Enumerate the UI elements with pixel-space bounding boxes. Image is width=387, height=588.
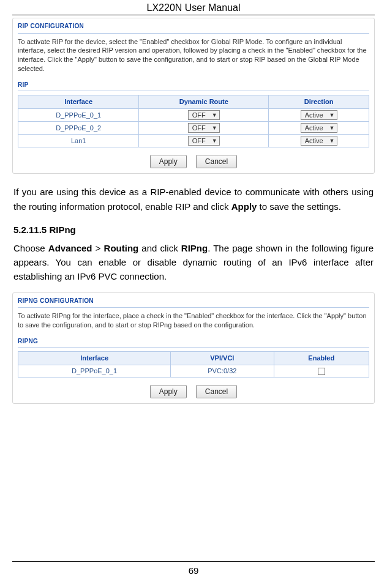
- body-paragraph: If you are using this device as a RIP-en…: [13, 185, 374, 214]
- col-interface: Interface: [18, 95, 139, 109]
- button-row: Apply Cancel: [18, 155, 369, 168]
- cell-vpivci: PVC:0/32: [171, 365, 274, 378]
- col-direction: Direction: [269, 95, 369, 109]
- cell-interface: D_PPPoE_0_1: [18, 365, 171, 378]
- select-value: OFF: [192, 111, 206, 120]
- select-value: OFF: [192, 136, 206, 146]
- body-paragraph: Choose Advanced > Routing and click RIPn…: [13, 241, 374, 284]
- apply-button[interactable]: Apply: [150, 155, 187, 168]
- heading-number: 5.2.11.5: [13, 225, 47, 235]
- rip-config-title: RIP CONFIGURATION: [18, 22, 369, 31]
- col-dynamic-route: Dynamic Route: [139, 95, 269, 109]
- cell-direction: Active ▼: [269, 135, 369, 147]
- chevron-down-icon: ▼: [329, 138, 335, 144]
- divider: [18, 91, 369, 91]
- select-value: OFF: [192, 124, 206, 133]
- ripng-table: Interface VPI/VCI Enabled D_PPPoE_0_1 PV…: [18, 351, 369, 378]
- rip-table: Interface Dynamic Route Direction D_PPPo…: [18, 95, 369, 147]
- page-number: 69: [189, 565, 199, 576]
- enabled-checkbox[interactable]: [318, 368, 325, 375]
- cell-interface: Lan1: [18, 135, 139, 147]
- divider: [18, 347, 369, 348]
- cell-route: OFF ▼: [139, 109, 269, 122]
- cell-direction: Active ▼: [269, 109, 369, 122]
- table-row: D_PPPoE_0_1 OFF ▼ Active ▼: [18, 109, 369, 122]
- divider: [18, 33, 369, 34]
- text: and click: [138, 243, 181, 253]
- cell-enabled: [274, 365, 369, 378]
- route-select[interactable]: OFF ▼: [188, 110, 220, 120]
- apply-bold: Apply: [231, 201, 257, 212]
- text: >: [92, 243, 104, 253]
- ripng-config-panel: RIPNG CONFIGURATION To activate RIPng fo…: [12, 292, 375, 404]
- text: to save the settings.: [257, 201, 341, 212]
- chevron-down-icon: ▼: [329, 113, 335, 118]
- cancel-button[interactable]: Cancel: [196, 155, 237, 168]
- rip-config-panel: RIP CONFIGURATION To activate RIP for th…: [12, 18, 375, 174]
- select-value: Active: [305, 136, 323, 146]
- page-title: LX220N User Manual: [147, 2, 241, 13]
- col-vpivci: VPI/VCI: [171, 352, 274, 365]
- routing-bold: Routing: [104, 243, 139, 253]
- route-select[interactable]: OFF ▼: [188, 123, 220, 133]
- heading-text: RIPng: [49, 225, 75, 235]
- ripng-config-title: RIPNG CONFIGURATION: [18, 297, 369, 305]
- page-footer: 69: [0, 561, 387, 576]
- select-value: Active: [305, 124, 323, 133]
- rip-config-intro: To activate RIP for the device, select t…: [18, 37, 369, 73]
- cell-direction: Active ▼: [269, 122, 369, 135]
- cancel-button[interactable]: Cancel: [196, 385, 237, 398]
- section-heading: 5.2.11.5 RIPng: [13, 225, 374, 235]
- chevron-down-icon: ▼: [212, 113, 217, 118]
- cell-route: OFF ▼: [139, 135, 269, 147]
- chevron-down-icon: ▼: [212, 125, 217, 131]
- direction-select[interactable]: Active ▼: [301, 110, 337, 120]
- ripng-bold: RIPng: [181, 243, 208, 253]
- direction-select[interactable]: Active ▼: [301, 136, 337, 146]
- col-interface: Interface: [18, 352, 171, 365]
- table-row: D_PPPoE_0_2 OFF ▼ Active ▼: [18, 122, 369, 135]
- table-row: D_PPPoE_0_1 PVC:0/32: [18, 365, 369, 378]
- apply-button[interactable]: Apply: [150, 385, 187, 398]
- direction-select[interactable]: Active ▼: [301, 123, 337, 133]
- select-value: Active: [305, 111, 323, 120]
- col-enabled: Enabled: [274, 352, 369, 365]
- chevron-down-icon: ▼: [329, 125, 335, 131]
- text: Choose: [13, 243, 48, 253]
- ripng-config-intro: To activate RIPng for the interface, pla…: [18, 311, 369, 330]
- route-select[interactable]: OFF ▼: [188, 136, 220, 146]
- advanced-bold: Advanced: [48, 243, 92, 253]
- cell-route: OFF ▼: [139, 122, 269, 135]
- cell-interface: D_PPPoE_0_1: [18, 109, 139, 122]
- table-row: Lan1 OFF ▼ Active ▼: [18, 135, 369, 147]
- button-row: Apply Cancel: [18, 385, 369, 398]
- ripng-subtitle: RIPNG: [18, 337, 369, 346]
- chevron-down-icon: ▼: [212, 138, 217, 144]
- cell-interface: D_PPPoE_0_2: [18, 122, 139, 135]
- rip-subtitle: RIP: [18, 81, 369, 89]
- divider: [18, 307, 369, 308]
- page-header: LX220N User Manual: [12, 0, 375, 15]
